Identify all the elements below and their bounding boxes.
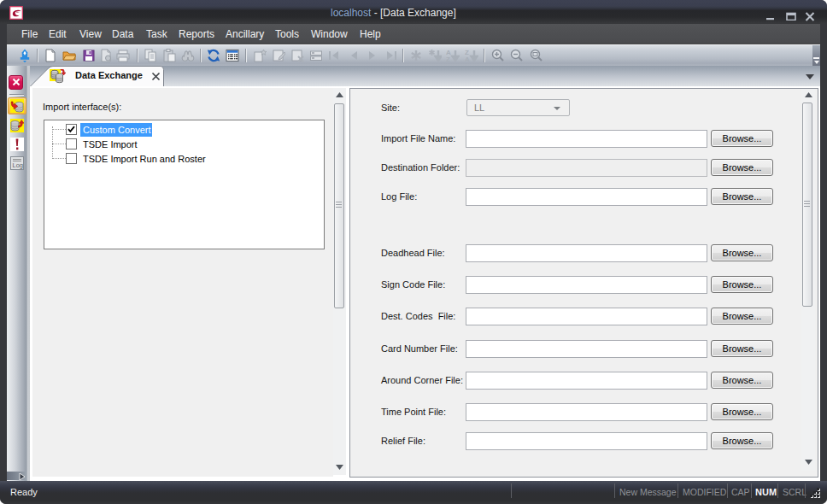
svg-text:Log: Log <box>13 161 24 169</box>
